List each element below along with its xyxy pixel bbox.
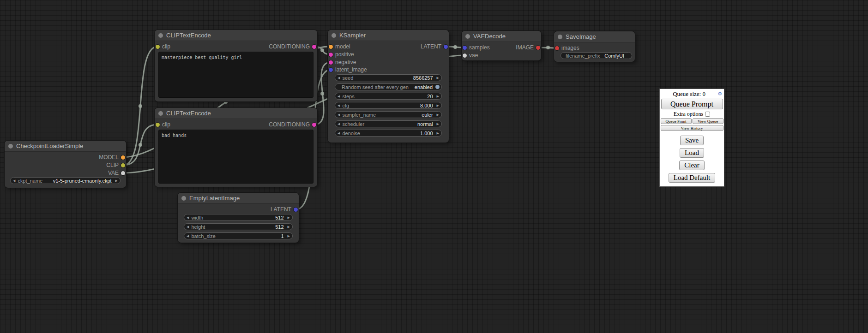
widget-value: 8.000 — [420, 103, 434, 108]
output-dot-model[interactable] — [121, 155, 125, 160]
decrement-icon[interactable]: ◀ — [335, 102, 342, 108]
node-title-bar[interactable]: EmptyLatentImage — [178, 193, 299, 204]
save-button[interactable]: Save — [680, 136, 704, 145]
node-emptylatentimage[interactable]: EmptyLatentImage LATENT ◀ width 512 ▶ ◀ … — [178, 193, 299, 243]
increment-icon[interactable]: ▶ — [285, 224, 292, 230]
slot-label: latent_image — [335, 66, 367, 73]
clear-button[interactable]: Clear — [679, 161, 704, 170]
output-dot-conditioning[interactable] — [312, 45, 316, 49]
collapse-dot-icon[interactable] — [158, 111, 163, 116]
next-value-icon[interactable]: ▶ — [113, 178, 120, 184]
node-ksampler[interactable]: KSampler model LATENT positive negative … — [328, 30, 449, 143]
output-slot-latent: LATENT — [178, 206, 299, 214]
prompt-textarea[interactable]: masterpiece best quality girl — [158, 52, 313, 98]
increment-icon[interactable]: ▶ — [434, 93, 441, 99]
widget-seed[interactable]: ◀ seed 8566257 ▶ — [335, 74, 442, 81]
widget-label: width — [191, 215, 203, 220]
output-dot-vae[interactable] — [121, 171, 125, 175]
widget-batch-size[interactable]: ◀ batch_size 1 ▶ — [184, 232, 293, 239]
decrement-icon[interactable]: ◀ — [335, 75, 342, 81]
node-title: CLIPTextEncode — [166, 30, 211, 41]
widget-sampler-name[interactable]: ◀ sampler_name euler ▶ — [335, 111, 442, 118]
node-title-bar[interactable]: KSampler — [328, 30, 449, 41]
collapse-dot-icon[interactable] — [558, 35, 562, 39]
widget-denoise[interactable]: ◀ denoise 1.000 ▶ — [335, 130, 442, 137]
view-history-button[interactable]: View History — [661, 125, 723, 131]
collapse-dot-icon[interactable] — [158, 33, 163, 38]
widget-label: ckpt_name — [18, 178, 42, 184]
node-vaedecode[interactable]: VAEDecode samples IMAGE vae — [462, 31, 541, 60]
slot-label: negative — [335, 59, 356, 65]
widget-cfg[interactable]: ◀ cfg 8.000 ▶ — [335, 102, 442, 109]
toggle-dot-icon[interactable] — [435, 85, 440, 89]
view-queue-button[interactable]: View Queue — [693, 118, 723, 124]
input-dot-vae[interactable] — [463, 54, 467, 58]
collapse-dot-icon[interactable] — [332, 33, 336, 38]
widget-value: 8566257 — [413, 75, 434, 81]
widget-height[interactable]: ◀ height 512 ▶ — [184, 223, 293, 230]
prev-value-icon[interactable]: ◀ — [11, 178, 18, 184]
node-title-bar[interactable]: SaveImage — [554, 31, 635, 42]
increment-icon[interactable]: ▶ — [434, 75, 441, 81]
widget-label: steps — [342, 94, 354, 99]
extra-options-checkbox[interactable] — [705, 112, 710, 117]
link-midpoint-dot — [320, 48, 324, 52]
widget-value: euler — [422, 112, 434, 118]
node-title-bar[interactable]: CheckpointLoaderSimple — [5, 141, 126, 152]
queue-prompt-button[interactable]: Queue Prompt — [661, 99, 723, 109]
node-cliptextencode-positive[interactable]: CLIPTextEncode clip CONDITIONING masterp… — [155, 30, 317, 101]
node-title-bar[interactable]: VAEDecode — [462, 31, 541, 42]
output-dot-latent[interactable] — [294, 208, 298, 212]
output-slot-image: IMAGE — [462, 44, 541, 52]
input-dot-negative[interactable] — [329, 60, 333, 65]
load-default-button[interactable]: Load Default — [669, 173, 716, 183]
collapse-dot-icon[interactable] — [181, 196, 186, 201]
increment-icon[interactable]: ▶ — [285, 233, 292, 239]
decrement-icon[interactable]: ◀ — [335, 93, 342, 99]
next-value-icon[interactable]: ▶ — [434, 121, 441, 127]
node-title: CLIPTextEncode — [166, 108, 211, 119]
node-title: KSampler — [339, 30, 366, 41]
increment-icon[interactable]: ▶ — [285, 214, 292, 220]
settings-gear-icon[interactable]: ⚙ — [717, 91, 722, 96]
increment-icon[interactable]: ▶ — [434, 102, 441, 108]
slot-label: LATENT — [421, 43, 441, 50]
node-checkpointloadersimple[interactable]: CheckpointLoaderSimple MODEL CLIP VAE ◀ … — [5, 141, 126, 188]
decrement-icon[interactable]: ◀ — [335, 130, 342, 136]
widget-value: 512 — [275, 215, 285, 220]
output-dot-latent[interactable] — [444, 45, 448, 49]
output-dot-conditioning[interactable] — [312, 123, 316, 127]
input-dot-latent-image[interactable] — [329, 68, 333, 72]
input-dot-images[interactable] — [555, 46, 559, 50]
prev-value-icon[interactable]: ◀ — [335, 112, 342, 118]
widget-random-seed-toggle[interactable]: Random seed after every gen enabled — [335, 83, 442, 90]
load-button[interactable]: Load — [680, 148, 704, 158]
decrement-icon[interactable]: ◀ — [184, 224, 191, 230]
decrement-icon[interactable]: ◀ — [184, 214, 191, 220]
output-slot-conditioning: CONDITIONING — [155, 121, 317, 129]
output-dot-image[interactable] — [536, 46, 540, 50]
node-canvas[interactable]: CheckpointLoaderSimple MODEL CLIP VAE ◀ … — [0, 0, 868, 333]
increment-icon[interactable]: ▶ — [434, 130, 441, 136]
widget-scheduler[interactable]: ◀ scheduler normal ▶ — [335, 120, 442, 127]
input-slot-images: images — [554, 44, 635, 52]
next-value-icon[interactable]: ▶ — [434, 112, 441, 118]
widget-width[interactable]: ◀ width 512 ▶ — [184, 214, 293, 221]
prev-value-icon[interactable]: ◀ — [335, 121, 342, 127]
collapse-dot-icon[interactable] — [465, 34, 470, 39]
node-saveimage[interactable]: SaveImage images filename_prefix ComfyUI — [554, 31, 635, 62]
input-dot-positive[interactable] — [329, 53, 333, 57]
input-slot-latent-image: latent_image — [328, 66, 449, 74]
output-dot-clip[interactable] — [121, 163, 125, 167]
node-title-bar[interactable]: CLIPTextEncode — [155, 108, 317, 119]
decrement-icon[interactable]: ◀ — [184, 233, 191, 239]
node-cliptextencode-negative[interactable]: CLIPTextEncode clip CONDITIONING bad han… — [155, 108, 317, 187]
widget-value: v1-5-pruned-emaonly.ckpt — [53, 178, 113, 184]
prompt-textarea[interactable]: bad hands — [158, 130, 313, 184]
queue-front-button[interactable]: Queue Front — [661, 118, 692, 124]
widget-filename-prefix[interactable]: filename_prefix ComfyUI — [561, 52, 632, 59]
widget-steps[interactable]: ◀ steps 20 ▶ — [335, 93, 442, 100]
collapse-dot-icon[interactable] — [8, 144, 13, 149]
widget-ckpt-name[interactable]: ◀ ckpt_name v1-5-pruned-emaonly.ckpt ▶ — [10, 177, 121, 184]
node-title-bar[interactable]: CLIPTextEncode — [155, 30, 317, 41]
